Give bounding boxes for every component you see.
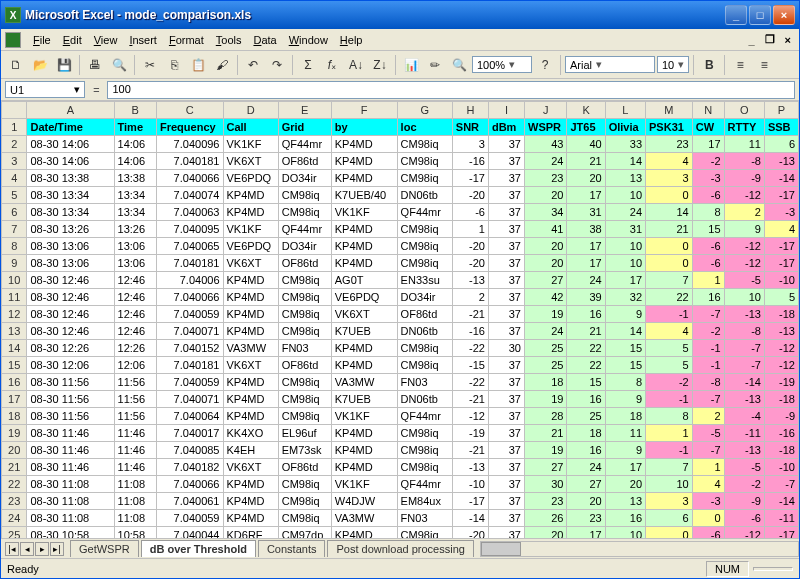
- help-button[interactable]: ?: [534, 54, 556, 76]
- cell[interactable]: -21: [452, 391, 488, 408]
- cell[interactable]: 42: [525, 289, 567, 306]
- name-box[interactable]: U1▾: [5, 81, 85, 98]
- row-header-14[interactable]: 14: [2, 340, 27, 357]
- cell[interactable]: 12:26: [114, 340, 156, 357]
- cell[interactable]: 11:46: [114, 425, 156, 442]
- cell[interactable]: 16: [567, 306, 605, 323]
- cell[interactable]: 0: [692, 510, 724, 527]
- cell[interactable]: 21: [567, 153, 605, 170]
- open-button[interactable]: 📂: [29, 54, 51, 76]
- cell[interactable]: 11: [605, 425, 645, 442]
- cell[interactable]: -11: [724, 425, 764, 442]
- cell[interactable]: KP4MD: [331, 153, 397, 170]
- cell[interactable]: 13: [605, 493, 645, 510]
- cell[interactable]: 08-30 10:58: [27, 527, 114, 539]
- cell[interactable]: -5: [724, 272, 764, 289]
- cell[interactable]: -6: [724, 510, 764, 527]
- cell[interactable]: 37: [488, 204, 524, 221]
- menu-file[interactable]: File: [27, 32, 57, 48]
- cell[interactable]: 37: [488, 391, 524, 408]
- row-header-9[interactable]: 9: [2, 255, 27, 272]
- cell[interactable]: -1: [692, 357, 724, 374]
- cell[interactable]: QF44mr: [397, 476, 452, 493]
- cell[interactable]: 16: [567, 442, 605, 459]
- cell[interactable]: 25: [525, 340, 567, 357]
- cell[interactable]: KP4MD: [223, 204, 278, 221]
- cell[interactable]: 15: [567, 374, 605, 391]
- cell[interactable]: CM98iq: [397, 170, 452, 187]
- cell[interactable]: 7.040059: [157, 306, 224, 323]
- row-header-15[interactable]: 15: [2, 357, 27, 374]
- row-header-24[interactable]: 24: [2, 510, 27, 527]
- cell[interactable]: 14:06: [114, 153, 156, 170]
- col-header-C[interactable]: C: [157, 102, 224, 119]
- cell[interactable]: 22: [567, 340, 605, 357]
- cell[interactable]: DN06tb: [397, 323, 452, 340]
- bold-button[interactable]: B: [698, 54, 720, 76]
- cell[interactable]: 7.040044: [157, 527, 224, 539]
- cell[interactable]: 9: [605, 391, 645, 408]
- cell[interactable]: -7: [724, 357, 764, 374]
- cell[interactable]: CM98iq: [278, 306, 331, 323]
- cell[interactable]: K4EH: [223, 442, 278, 459]
- cell[interactable]: 16: [692, 289, 724, 306]
- cell[interactable]: 14:06: [114, 136, 156, 153]
- cell[interactable]: 0: [646, 255, 693, 272]
- cell[interactable]: -5: [724, 459, 764, 476]
- cell[interactable]: 08-30 11:56: [27, 391, 114, 408]
- cell[interactable]: 27: [525, 272, 567, 289]
- col-header-H[interactable]: H: [452, 102, 488, 119]
- cell[interactable]: 5: [646, 340, 693, 357]
- cell[interactable]: EM84ux: [397, 493, 452, 510]
- cell[interactable]: 37: [488, 255, 524, 272]
- cell[interactable]: -1: [646, 442, 693, 459]
- header-cell[interactable]: JT65: [567, 119, 605, 136]
- header-cell[interactable]: Time: [114, 119, 156, 136]
- cell[interactable]: 13:34: [114, 187, 156, 204]
- cell[interactable]: 08-30 11:08: [27, 476, 114, 493]
- cell[interactable]: 9: [605, 442, 645, 459]
- cell[interactable]: 24: [525, 153, 567, 170]
- cell[interactable]: 20: [525, 187, 567, 204]
- cell[interactable]: 37: [488, 187, 524, 204]
- header-cell[interactable]: SSB: [764, 119, 798, 136]
- cell[interactable]: CM98iq: [278, 493, 331, 510]
- cell[interactable]: 17: [567, 527, 605, 539]
- cell[interactable]: -2: [646, 374, 693, 391]
- cell[interactable]: OF86td: [278, 459, 331, 476]
- chart-wizard-button[interactable]: 📊: [400, 54, 422, 76]
- cell[interactable]: KP4MD: [331, 527, 397, 539]
- cell[interactable]: K7UEB/40: [331, 187, 397, 204]
- cell[interactable]: 13: [605, 170, 645, 187]
- cell[interactable]: K7UEB: [331, 391, 397, 408]
- cell[interactable]: 18: [525, 374, 567, 391]
- cell[interactable]: 20: [567, 170, 605, 187]
- drawing-button[interactable]: ✏: [424, 54, 446, 76]
- cell[interactable]: 17: [692, 136, 724, 153]
- cell[interactable]: 37: [488, 238, 524, 255]
- cell[interactable]: -17: [764, 238, 798, 255]
- cell[interactable]: 08-30 11:08: [27, 493, 114, 510]
- cell[interactable]: 08-30 12:26: [27, 340, 114, 357]
- cell[interactable]: 08-30 11:46: [27, 425, 114, 442]
- row-header-8[interactable]: 8: [2, 238, 27, 255]
- sheet-tab-post-download-processing[interactable]: Post download processing: [327, 540, 473, 557]
- cell[interactable]: 23: [646, 136, 693, 153]
- cell[interactable]: 08-30 11:56: [27, 408, 114, 425]
- cell[interactable]: 6: [764, 136, 798, 153]
- cell[interactable]: 11:08: [114, 493, 156, 510]
- cell[interactable]: 08-30 13:38: [27, 170, 114, 187]
- cell[interactable]: 23: [525, 493, 567, 510]
- cell[interactable]: -12: [724, 187, 764, 204]
- cell[interactable]: FN03: [397, 510, 452, 527]
- cell[interactable]: -13: [452, 459, 488, 476]
- row-header-19[interactable]: 19: [2, 425, 27, 442]
- row-header-22[interactable]: 22: [2, 476, 27, 493]
- cell[interactable]: -22: [452, 374, 488, 391]
- minimize-button[interactable]: _: [725, 5, 747, 25]
- menu-insert[interactable]: Insert: [123, 32, 163, 48]
- cell[interactable]: 08-30 14:06: [27, 136, 114, 153]
- cell[interactable]: 25: [525, 357, 567, 374]
- sheet-tab-constants[interactable]: Constants: [258, 540, 326, 557]
- cell[interactable]: 7.040071: [157, 323, 224, 340]
